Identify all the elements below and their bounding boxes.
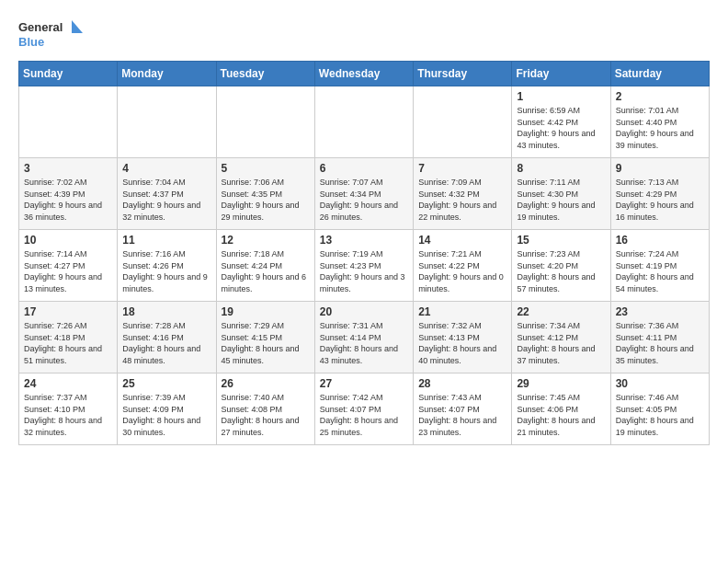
day-info: Sunrise: 7:28 AM Sunset: 4:16 PM Dayligh… [122, 320, 210, 366]
day-info: Sunrise: 7:45 AM Sunset: 4:06 PM Dayligh… [517, 392, 605, 438]
calendar-cell [216, 86, 314, 158]
calendar-cell: 14Sunrise: 7:21 AM Sunset: 4:22 PM Dayli… [414, 230, 512, 302]
day-number: 5 [222, 162, 310, 175]
day-info: Sunrise: 7:18 AM Sunset: 4:24 PM Dayligh… [222, 248, 310, 294]
calendar-cell: 25Sunrise: 7:39 AM Sunset: 4:09 PM Dayli… [118, 373, 216, 445]
calendar-cell: 27Sunrise: 7:42 AM Sunset: 4:07 PM Dayli… [314, 373, 413, 445]
day-number: 17 [24, 305, 112, 318]
day-info: Sunrise: 7:07 AM Sunset: 4:34 PM Dayligh… [320, 177, 408, 223]
day-info: Sunrise: 7:14 AM Sunset: 4:27 PM Dayligh… [24, 248, 112, 294]
calendar-cell: 28Sunrise: 7:43 AM Sunset: 4:07 PM Dayli… [414, 373, 512, 445]
day-info: Sunrise: 7:37 AM Sunset: 4:10 PM Dayligh… [24, 392, 112, 438]
weekday-header-wednesday: Wednesday [314, 62, 413, 86]
calendar-week-row: 17Sunrise: 7:26 AM Sunset: 4:18 PM Dayli… [19, 302, 710, 373]
calendar-cell: 20Sunrise: 7:31 AM Sunset: 4:14 PM Dayli… [314, 302, 413, 373]
calendar-cell: 17Sunrise: 7:26 AM Sunset: 4:18 PM Dayli… [19, 302, 118, 373]
header-area: GeneralBlue [18, 15, 710, 53]
logo-svg: GeneralBlue [18, 18, 83, 53]
calendar-cell: 22Sunrise: 7:34 AM Sunset: 4:12 PM Dayli… [512, 302, 610, 373]
day-number: 2 [616, 90, 704, 103]
calendar-header: SundayMondayTuesdayWednesdayThursdayFrid… [19, 62, 710, 86]
day-info: Sunrise: 7:24 AM Sunset: 4:19 PM Dayligh… [616, 248, 704, 294]
calendar-week-row: 24Sunrise: 7:37 AM Sunset: 4:10 PM Dayli… [19, 373, 710, 445]
day-info: Sunrise: 6:59 AM Sunset: 4:42 PM Dayligh… [517, 105, 605, 151]
day-number: 8 [517, 162, 605, 175]
weekday-header-monday: Monday [118, 62, 216, 86]
day-info: Sunrise: 7:43 AM Sunset: 4:07 PM Dayligh… [418, 392, 506, 438]
calendar-cell: 15Sunrise: 7:23 AM Sunset: 4:20 PM Dayli… [512, 230, 610, 302]
calendar-cell: 6Sunrise: 7:07 AM Sunset: 4:34 PM Daylig… [314, 158, 413, 230]
weekday-header-sunday: Sunday [19, 62, 118, 86]
calendar-cell: 9Sunrise: 7:13 AM Sunset: 4:29 PM Daylig… [610, 158, 709, 230]
day-info: Sunrise: 7:23 AM Sunset: 4:20 PM Dayligh… [517, 248, 605, 294]
day-number: 30 [616, 377, 704, 390]
calendar-table: SundayMondayTuesdayWednesdayThursdayFrid… [18, 61, 710, 445]
day-number: 11 [122, 234, 210, 247]
day-info: Sunrise: 7:40 AM Sunset: 4:08 PM Dayligh… [222, 392, 310, 438]
calendar-week-row: 3Sunrise: 7:02 AM Sunset: 4:39 PM Daylig… [19, 158, 710, 230]
day-number: 24 [24, 377, 112, 390]
day-info: Sunrise: 7:21 AM Sunset: 4:22 PM Dayligh… [418, 248, 506, 294]
calendar-week-row: 1Sunrise: 6:59 AM Sunset: 4:42 PM Daylig… [19, 86, 710, 158]
day-number: 16 [616, 234, 704, 247]
calendar-cell: 21Sunrise: 7:32 AM Sunset: 4:13 PM Dayli… [414, 302, 512, 373]
day-info: Sunrise: 7:39 AM Sunset: 4:09 PM Dayligh… [122, 392, 210, 438]
day-number: 1 [517, 90, 605, 103]
day-number: 20 [320, 305, 408, 318]
day-number: 26 [222, 377, 310, 390]
day-info: Sunrise: 7:11 AM Sunset: 4:30 PM Dayligh… [517, 177, 605, 223]
day-number: 6 [320, 162, 408, 175]
calendar-cell: 18Sunrise: 7:28 AM Sunset: 4:16 PM Dayli… [118, 302, 216, 373]
calendar-cell: 5Sunrise: 7:06 AM Sunset: 4:35 PM Daylig… [216, 158, 314, 230]
day-info: Sunrise: 7:42 AM Sunset: 4:07 PM Dayligh… [320, 392, 408, 438]
day-info: Sunrise: 7:32 AM Sunset: 4:13 PM Dayligh… [418, 320, 506, 366]
weekday-header-thursday: Thursday [414, 62, 512, 86]
calendar-cell: 30Sunrise: 7:46 AM Sunset: 4:05 PM Dayli… [610, 373, 709, 445]
day-info: Sunrise: 7:26 AM Sunset: 4:18 PM Dayligh… [24, 320, 112, 366]
calendar-cell [314, 86, 413, 158]
calendar-cell: 1Sunrise: 6:59 AM Sunset: 4:42 PM Daylig… [512, 86, 610, 158]
day-number: 13 [320, 234, 408, 247]
svg-marker-2 [72, 20, 83, 33]
day-number: 27 [320, 377, 408, 390]
day-info: Sunrise: 7:01 AM Sunset: 4:40 PM Dayligh… [616, 105, 704, 151]
svg-text:Blue: Blue [18, 35, 44, 49]
calendar-cell: 29Sunrise: 7:45 AM Sunset: 4:06 PM Dayli… [512, 373, 610, 445]
day-info: Sunrise: 7:34 AM Sunset: 4:12 PM Dayligh… [517, 320, 605, 366]
day-info: Sunrise: 7:36 AM Sunset: 4:11 PM Dayligh… [616, 320, 704, 366]
calendar-cell: 8Sunrise: 7:11 AM Sunset: 4:30 PM Daylig… [512, 158, 610, 230]
day-number: 19 [222, 305, 310, 318]
day-number: 14 [418, 234, 506, 247]
logo: GeneralBlue [18, 18, 83, 53]
calendar-cell [118, 86, 216, 158]
day-info: Sunrise: 7:02 AM Sunset: 4:39 PM Dayligh… [24, 177, 112, 223]
calendar-cell: 24Sunrise: 7:37 AM Sunset: 4:10 PM Dayli… [19, 373, 118, 445]
day-number: 23 [616, 305, 704, 318]
day-info: Sunrise: 7:29 AM Sunset: 4:15 PM Dayligh… [222, 320, 310, 366]
day-number: 22 [517, 305, 605, 318]
day-number: 7 [418, 162, 506, 175]
day-info: Sunrise: 7:16 AM Sunset: 4:26 PM Dayligh… [122, 248, 210, 294]
weekday-header-friday: Friday [512, 62, 610, 86]
day-number: 25 [122, 377, 210, 390]
calendar-cell: 7Sunrise: 7:09 AM Sunset: 4:32 PM Daylig… [414, 158, 512, 230]
calendar-cell: 3Sunrise: 7:02 AM Sunset: 4:39 PM Daylig… [19, 158, 118, 230]
weekday-header-saturday: Saturday [610, 62, 709, 86]
calendar-cell: 23Sunrise: 7:36 AM Sunset: 4:11 PM Dayli… [610, 302, 709, 373]
calendar-cell: 2Sunrise: 7:01 AM Sunset: 4:40 PM Daylig… [610, 86, 709, 158]
weekday-header-tuesday: Tuesday [216, 62, 314, 86]
day-number: 28 [418, 377, 506, 390]
day-number: 10 [24, 234, 112, 247]
day-number: 4 [122, 162, 210, 175]
day-info: Sunrise: 7:06 AM Sunset: 4:35 PM Dayligh… [222, 177, 310, 223]
calendar-cell: 16Sunrise: 7:24 AM Sunset: 4:19 PM Dayli… [610, 230, 709, 302]
calendar-cell: 26Sunrise: 7:40 AM Sunset: 4:08 PM Dayli… [216, 373, 314, 445]
calendar-cell: 4Sunrise: 7:04 AM Sunset: 4:37 PM Daylig… [118, 158, 216, 230]
calendar-week-row: 10Sunrise: 7:14 AM Sunset: 4:27 PM Dayli… [19, 230, 710, 302]
calendar-cell [19, 86, 118, 158]
day-number: 9 [616, 162, 704, 175]
day-number: 3 [24, 162, 112, 175]
day-number: 18 [122, 305, 210, 318]
svg-text:General: General [18, 20, 63, 34]
day-info: Sunrise: 7:19 AM Sunset: 4:23 PM Dayligh… [320, 248, 408, 294]
